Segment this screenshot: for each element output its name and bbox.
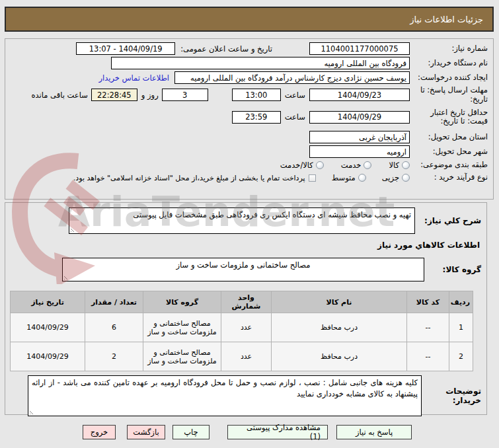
remaining-days-field[interactable]: 3 [162,89,208,101]
print-button[interactable]: چاپ [173,425,210,439]
buyer-org-row: نام دستگاه خریدار: فرودگاه بین المللی ار… [9,57,488,69]
col-unit: واحد شمارش [221,291,272,313]
cell-quantity: 6 [85,313,143,342]
delivery-city-row: شهر محل تحویل: ارومیه [9,145,488,158]
price-validity-hour-label: ساعت [285,112,305,122]
reply-deadline-row: مهلت ارسال پاسخ: تا تاریخ: 1404/09/23 سا… [9,86,488,104]
goods-info-groupbox: شرح کلي نیاز: تهیه و نصب محافظ شیشه ای د… [5,202,487,415]
delivery-province-row: استان محل تحویل: آذربایجان غربی [9,131,488,143]
cell-group: مصالح ساختمانی و ملزومات ساخت و ساز [143,313,221,342]
radio-icon[interactable] [402,161,410,169]
subject-category-label: طبقه بندی موضوعی: [410,161,488,170]
buyer-notes-textarea[interactable]: کلیه هزینه های جانبی شامل : نصب ، لوازم … [28,375,422,416]
cell-row-index: 2 [449,342,473,371]
col-quantity: تعداد / مقدار [85,291,143,313]
cell-unit: عدد [221,313,272,342]
need-number-field[interactable]: 1104001177000075 [309,42,410,55]
col-row-index: ردیف [449,291,473,313]
goods-table-header-row: ردیف کد کالا نام کالا واحد شمارش گروه کا… [11,291,473,313]
goods-group-textarea[interactable]: مصالح ساختمانی و ملزومات ساخت و ساز [62,258,424,281]
category-option-goods[interactable]: کالا [389,161,410,170]
cell-quantity: 2 [85,342,143,371]
process-option-medium-label: متوسط [332,173,356,182]
radio-icon[interactable] [316,161,324,169]
table-row: 1 -- درب محافظ عدد مصالح ساختمانی و ملزو… [11,313,473,342]
cell-need-date: 1404/09/29 [11,342,85,371]
delivery-city-field[interactable]: ارومیه [309,145,410,158]
category-option-service[interactable]: خدمت [341,161,372,170]
page-title: جزئیات اطلاعات نیاز [410,15,483,24]
action-button-bar: پاسخ به نیاز مشاهده مدارک پیوستی (1) چاپ… [0,425,499,439]
delivery-city-label: شهر محل تحویل: [410,147,488,157]
purchase-process-label: نوع فرآیند خرید : [410,173,488,182]
treasury-payment-label: پرداخت تمام یا بخشی از مبلغ خرید،از محل … [73,174,305,182]
countdown-label: ساعت باقی مانده [32,91,88,100]
price-validity-label: حداقل تاریخ اعتبار قیمت: تا تاریخ: [410,108,488,127]
price-validity-row: حداقل تاریخ اعتبار قیمت: تا تاریخ: 1404/… [9,108,488,127]
reply-to-need-button[interactable]: پاسخ به نیاز [336,425,412,439]
price-validity-date-field[interactable]: 1404/09/29 [309,111,410,124]
need-description-textarea[interactable]: تهیه و نصب محافظ شیشه ای دستگاه ایکس ری … [69,207,415,234]
need-number-label: شماره نیاز: [410,44,488,54]
purchase-process-row: نوع فرآیند خرید : جزیی متوسط پرداخت تمام… [9,173,488,182]
exit-button[interactable]: خروج [83,425,116,439]
need-number-row: شماره نیاز: 1104001177000075 تاریخ و ساع… [9,42,488,55]
process-option-minor-label: جزیی [382,173,399,182]
cell-need-date: 1404/09/29 [11,313,85,342]
col-item-name: نام کالا [272,291,407,313]
back-button[interactable]: بازگشت [127,425,165,439]
radio-icon[interactable] [402,174,410,182]
page-title-bar: جزئیات اطلاعات نیاز [5,7,494,32]
goods-group-label: گروه کالا: [424,265,481,274]
category-option-goods-label: کالا [389,161,399,170]
need-description-label: شرح کلي نیاز: [415,216,481,225]
treasury-payment-checkbox[interactable]: پرداخت تمام یا بخشی از مبلغ خرید،از محل … [73,174,316,182]
reply-deadline-hour-label: ساعت [285,91,305,100]
remaining-days-label: روز و [141,91,159,100]
cell-item-name: درب محافظ [272,342,407,371]
countdown-timer: 22:28:45 [91,89,137,101]
reply-deadline-label: مهلت ارسال پاسخ: تا تاریخ: [410,86,488,104]
request-creator-field[interactable]: یوسف حسین نژادی دیزج کارشناس درآمد فرودگ… [174,71,410,84]
col-item-code: کد کالا [407,291,449,313]
reply-deadline-date-field[interactable]: 1404/09/23 [309,89,410,101]
view-attachments-button[interactable]: مشاهده مدارک پیوستی (1) [227,425,328,439]
buyer-notes-row: توضیحات خریدار: کلیه هزینه های جانبی شام… [9,375,481,416]
cell-item-code: -- [407,342,449,371]
checkbox-icon[interactable] [309,174,316,182]
goods-group-row: گروه کالا: مصالح ساختمانی و ملزومات ساخت… [9,258,481,281]
cell-item-code: -- [407,313,449,342]
buyer-org-field[interactable]: فرودگاه بین المللی ارومیه [111,57,410,69]
process-option-medium[interactable]: متوسط [332,173,366,182]
need-description-row: شرح کلي نیاز: تهیه و نصب محافظ شیشه ای د… [9,207,481,234]
category-option-goods-service-label: کالا/خدمت [280,161,313,170]
goods-section-title: اطلاعات کالاهاي مورد نیاز [9,241,480,250]
radio-icon[interactable] [364,161,371,169]
general-info-groupbox: شماره نیاز: 1104001177000075 تاریخ و ساع… [5,38,494,200]
request-creator-label: ایجاد کننده درخواست: [410,73,488,83]
delivery-province-label: استان محل تحویل: [410,133,488,142]
col-need-date: تاریخ نیاز [11,291,85,313]
cell-unit: عدد [221,342,272,371]
radio-icon[interactable] [358,174,366,182]
table-row: 2 -- درب محافظ عدد مصالح ساختمانی و ملزو… [11,342,473,371]
goods-table: ردیف کد کالا نام کالا واحد شمارش گروه کا… [10,291,473,371]
buyer-notes-label: توضیحات خریدار: [422,387,481,406]
subject-category-row: طبقه بندی موضوعی: کالا خدمت کالا/خدمت [9,161,488,170]
category-option-goods-service[interactable]: کالا/خدمت [280,161,324,170]
buyer-org-label: نام دستگاه خریدار: [410,59,488,68]
cell-item-name: درب محافظ [272,313,407,342]
announce-datetime-field[interactable]: 1404/09/19 - 13:07 [76,42,175,55]
reply-deadline-time-field[interactable]: 13:00 [232,89,281,101]
announce-datetime-label: تاریخ و ساعت اعلان عمومی: [180,44,272,54]
price-validity-time-field[interactable]: 23:59 [232,111,281,124]
process-option-minor[interactable]: جزیی [382,173,410,182]
buyer-contact-link[interactable]: اطلاعات تماس خریدار [98,73,169,83]
cell-group: مصالح ساختمانی و ملزومات ساخت و ساز [143,342,221,371]
request-creator-row: ایجاد کننده درخواست: یوسف حسین نژادی دیز… [9,71,488,84]
delivery-province-field[interactable]: آذربایجان غربی [309,131,410,143]
category-option-service-label: خدمت [341,161,362,170]
col-group: گروه کالا [143,291,221,313]
cell-row-index: 1 [449,313,473,342]
